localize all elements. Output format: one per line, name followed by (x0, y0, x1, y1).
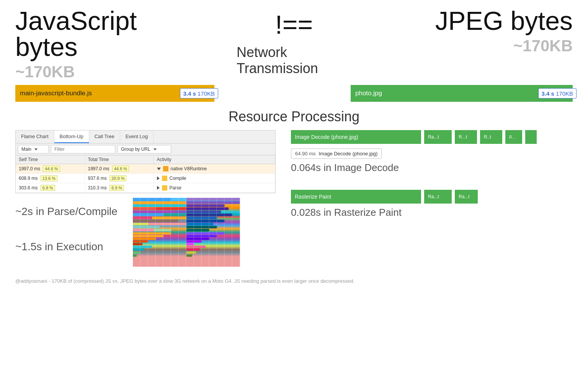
decode-bar-main: Image Decode (phone.jpg) (291, 130, 421, 144)
svg-rect-30 (186, 217, 217, 219)
svg-rect-42 (186, 238, 209, 240)
devtools-toolbar: Main Group by URL (16, 143, 275, 155)
svg-rect-24 (186, 198, 240, 201)
svg-rect-22 (133, 229, 154, 231)
svg-rect-12 (175, 210, 202, 213)
activity-icon (163, 166, 168, 171)
activity-cell: native V8Runtime (154, 164, 275, 174)
activity-icon (162, 176, 167, 181)
svg-rect-15 (133, 217, 152, 219)
jpeg-size-label: ~170KB (513, 37, 573, 55)
jpeg-tooltip-size: 170KB (556, 90, 573, 97)
svg-rect-0 (133, 198, 171, 201)
svg-rect-37 (133, 238, 156, 240)
decode-section: Image Decode (phone.jpg) Ra...t R...t R.… (291, 130, 573, 174)
svg-rect-25 (186, 201, 240, 204)
main-thread-dropdown[interactable]: Main (18, 145, 49, 153)
svg-rect-9 (156, 207, 194, 210)
table-row: 303.6 ms 6.8 % 310.3 ms 6.9 % (16, 183, 275, 193)
expand-icon[interactable] (157, 186, 160, 190)
group-by-dropdown[interactable]: Group by URL (118, 145, 171, 153)
svg-rect-5 (194, 201, 213, 204)
decode-bar-r2: R...t (455, 130, 477, 144)
main-dropdown-chevron (34, 148, 38, 150)
filter-input[interactable] (51, 145, 115, 153)
js-tooltip-size: 170KB (198, 90, 215, 97)
decode-tooltip-label: Image Decode (phone.jpg) (318, 151, 377, 156)
main-thread-label: Main (21, 147, 31, 152)
rasterize-section: Rasterize Paint Ra...t Ra...t 0.028s in … (291, 190, 573, 218)
table-row: 1997.0 ms 44.6 % 1997.0 ms 44.6 % (16, 164, 275, 174)
svg-rect-2 (202, 198, 225, 201)
decode-stat: 0.064s in Image Decode (291, 162, 573, 174)
svg-rect-33 (186, 226, 217, 228)
svg-rect-21 (133, 226, 160, 228)
svg-rect-34 (186, 229, 209, 231)
jpeg-bar-tooltip: 3.4 s 170KB (538, 88, 577, 99)
flame-chart-image (133, 198, 240, 267)
activity-icon (162, 185, 167, 191)
expand-icon[interactable] (157, 168, 161, 170)
decode-bar-r5 (525, 130, 537, 144)
col-activity: Activity (154, 155, 275, 164)
tab-event-log[interactable]: Event Log (120, 130, 154, 143)
rasterize-bar-sm1: Ra...t (424, 190, 452, 204)
svg-rect-43 (186, 240, 202, 243)
devtools-table: Self Time Total Time Activity 1997.0 ms … (16, 155, 275, 193)
execution-stat: ~1.5s in Execution (15, 241, 118, 253)
svg-rect-36 (133, 235, 163, 237)
flame-labels: ~2s in Parse/Compile ~1.5s in Execution (15, 198, 118, 253)
self-time-cell: 1997.0 ms 44.6 % (16, 164, 85, 174)
rasterize-bar-row: Rasterize Paint Ra...t Ra...t (291, 190, 573, 204)
svg-rect-10 (194, 207, 209, 210)
decode-bar-ra1: Ra...t (424, 130, 452, 144)
svg-rect-51 (133, 254, 137, 257)
tab-flame-chart[interactable]: Flame Chart (16, 130, 54, 143)
tab-bottom-up[interactable]: Bottom-Up (54, 130, 89, 143)
jpeg-network-bar-container: photo.jpg 3.4 s 170KB (348, 85, 573, 102)
decode-bar-row: Image Decode (phone.jpg) Ra...t R...t R.… (291, 130, 573, 144)
svg-rect-6 (133, 204, 186, 207)
svg-rect-26 (186, 204, 225, 207)
not-equal-sign: !== (275, 11, 313, 37)
footer-note: @addyosmani - 170KB of (compressed) JS v… (15, 278, 573, 284)
js-file-name: main-javascript-bundle.js (20, 90, 92, 97)
svg-rect-32 (186, 223, 213, 225)
network-transmission-label: Network Transmission (237, 44, 351, 77)
svg-rect-28 (186, 210, 221, 213)
total-time-cell: 1997.0 ms 44.6 % (85, 164, 154, 174)
svg-rect-35 (133, 232, 171, 235)
decode-bar-r3: R..t (480, 130, 502, 144)
rasterize-bar-main: Rasterize Paint (291, 190, 421, 204)
table-row: 608.9 ms 13.6 % 937.6 ms 20.9 % (16, 174, 275, 183)
col-self-time: Self Time (16, 155, 85, 164)
js-size-label: ~170KB (15, 63, 75, 81)
jpeg-tooltip-time: 3.4 s (542, 90, 554, 97)
svg-rect-4 (167, 201, 194, 204)
right-panel: Image Decode (phone.jpg) Ra...t R...t R.… (291, 130, 573, 218)
svg-rect-46 (133, 248, 144, 251)
svg-rect-16 (152, 217, 202, 219)
svg-rect-44 (186, 243, 194, 245)
rasterize-stat: 0.028s in Rasterize Paint (291, 207, 573, 218)
svg-rect-11 (133, 210, 175, 213)
js-bytes-title: JavaScript bytes (15, 8, 176, 60)
expand-icon[interactable] (157, 176, 160, 180)
svg-rect-38 (133, 240, 148, 243)
activity-label: native V8Runtime (171, 166, 207, 171)
resource-processing-title: Resource Processing (15, 109, 573, 125)
svg-rect-20 (148, 223, 186, 225)
svg-rect-29 (186, 214, 232, 216)
svg-rect-23 (154, 229, 171, 231)
self-time-cell: 608.9 ms 13.6 % (16, 174, 85, 183)
activity-cell: Parse (154, 183, 275, 193)
svg-rect-13 (133, 214, 163, 216)
group-dropdown-chevron (154, 148, 157, 150)
svg-rect-8 (133, 207, 156, 210)
svg-rect-48 (186, 248, 200, 251)
svg-rect-19 (133, 223, 148, 225)
devtools-tabs: Flame Chart Bottom-Up Call Tree Event Lo… (16, 130, 275, 143)
jpeg-bytes-title: JPEG bytes (435, 8, 573, 34)
tab-call-tree[interactable]: Call Tree (89, 130, 120, 143)
svg-rect-3 (133, 201, 167, 204)
